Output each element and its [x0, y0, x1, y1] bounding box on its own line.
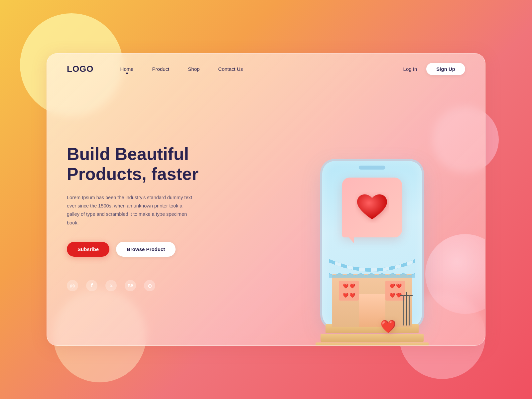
login-button[interactable]: Log In	[403, 66, 417, 72]
nav-home[interactable]: Home	[120, 66, 134, 72]
shop-window-left: ❤️ ❤️ ❤️ ❤️	[339, 281, 359, 301]
shop-awning	[329, 259, 415, 277]
signup-button[interactable]: Sign Up	[426, 63, 465, 75]
nav-links: Home Product Shop Contact Us	[120, 66, 403, 72]
phone-mockup: ❤️ ❤️ ❤️ ❤️ ❤️ ❤️ ❤️ ❤️	[292, 161, 452, 340]
subscribe-button[interactable]: Subsribe	[67, 242, 109, 257]
svg-rect-9	[400, 295, 413, 296]
logo: LOGO	[67, 64, 94, 74]
phone-notch	[359, 166, 385, 170]
hero-title: Build Beautiful Products, faster	[67, 144, 240, 184]
hero-title-line2: Products, faster	[67, 164, 199, 184]
nav-product[interactable]: Product	[152, 66, 170, 72]
twitter-icon[interactable]	[105, 280, 117, 291]
svg-rect-10	[403, 295, 404, 326]
behance-icon[interactable]	[125, 280, 136, 291]
step-3	[316, 342, 429, 346]
hero-section: Build Beautiful Products, faster Lorem I…	[47, 75, 485, 340]
svg-rect-8	[406, 292, 407, 326]
heart-bubble	[342, 178, 402, 237]
heart-icon	[355, 192, 389, 223]
facebook-icon[interactable]	[86, 280, 97, 291]
navbar: LOGO Home Product Shop Contact Us Log In…	[47, 54, 485, 75]
hero-description: Lorem Ipsum has been the industry's stan…	[67, 194, 193, 227]
railing	[400, 292, 409, 326]
instagram-icon[interactable]	[67, 280, 78, 291]
nav-contact[interactable]: Contact Us	[218, 66, 243, 72]
main-card: LOGO Home Product Shop Contact Us Log In…	[47, 53, 485, 346]
hero-title-line1: Build Beautiful	[67, 144, 189, 164]
browse-button[interactable]: Browse Product	[116, 242, 176, 257]
nav-shop[interactable]: Shop	[188, 66, 200, 72]
deco-hearts: ❤️	[380, 319, 396, 334]
svg-rect-11	[409, 295, 410, 326]
social-icons	[67, 280, 240, 291]
step-2	[321, 334, 424, 342]
hero-buttons: Subsribe Browse Product	[67, 242, 240, 257]
hero-left: Build Beautiful Products, faster Lorem I…	[67, 144, 240, 291]
dribbble-icon[interactable]	[144, 280, 155, 291]
hero-illustration: ❤️ ❤️ ❤️ ❤️ ❤️ ❤️ ❤️ ❤️	[259, 148, 485, 340]
nav-actions: Log In Sign Up	[403, 63, 465, 75]
